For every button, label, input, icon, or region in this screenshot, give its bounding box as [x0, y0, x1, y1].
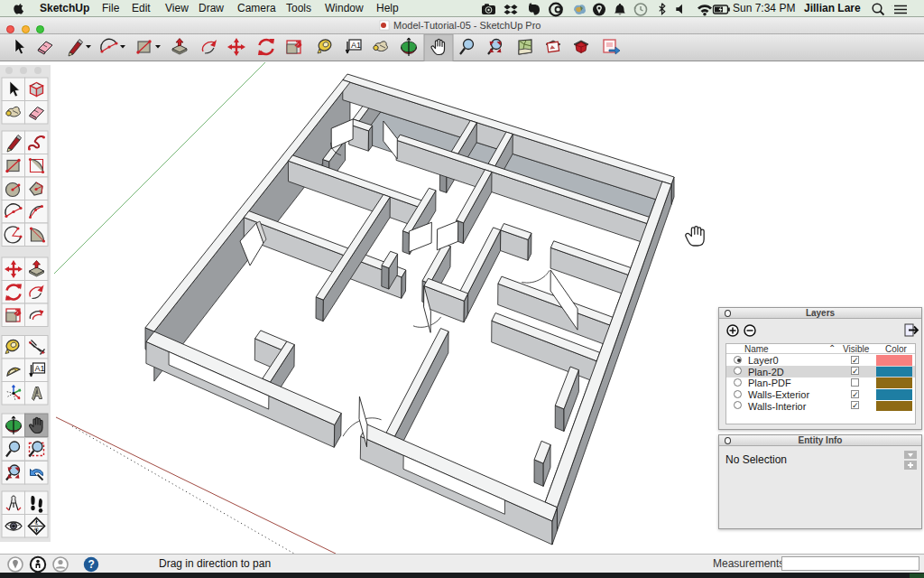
svg-text:C: C: [35, 520, 39, 526]
svg-text:?: ?: [88, 558, 95, 571]
svg-text:A1: A1: [35, 364, 45, 373]
svg-text:A1: A1: [351, 41, 361, 50]
svg-text:40: 40: [34, 527, 40, 532]
